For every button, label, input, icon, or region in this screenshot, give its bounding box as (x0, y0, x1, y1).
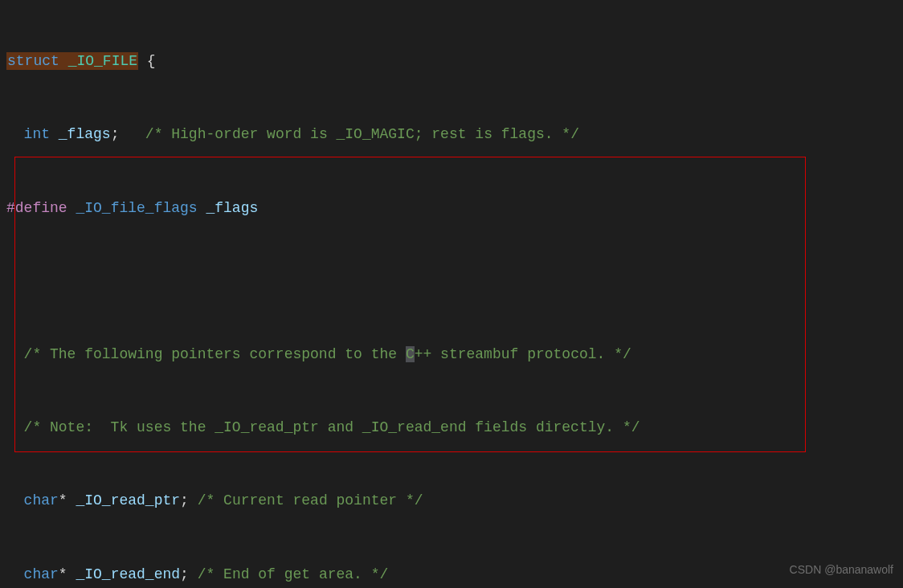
code-line: #define _IO_file_flags _flags (6, 196, 897, 220)
watermark-text: CSDN @bananawolf (790, 560, 893, 580)
code-line (6, 269, 897, 293)
keyword: struct (7, 53, 59, 69)
type-name: _IO_FILE (68, 53, 137, 69)
code-line: /* The following pointers correspond to … (6, 342, 897, 366)
code-line: char* _IO_read_end; /* End of get area. … (6, 562, 897, 586)
code-line: int _flags; /* High-order word is _IO_MA… (6, 122, 897, 146)
code-line: /* Note: Tk uses the _IO_read_ptr and _I… (6, 415, 897, 439)
code-line: char* _IO_read_ptr; /* Current read poin… (6, 488, 897, 512)
code-line: struct _IO_FILE { (6, 49, 897, 73)
code-editor[interactable]: struct _IO_FILE { int _flags; /* High-or… (0, 0, 903, 588)
text-cursor: C (406, 346, 415, 362)
